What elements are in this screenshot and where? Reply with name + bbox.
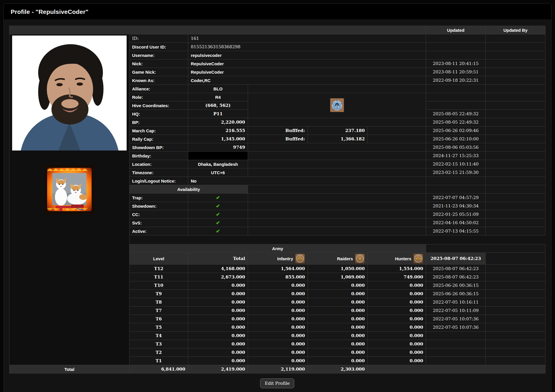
button-row: Edit Profile (9, 378, 545, 388)
empty-cell (426, 244, 545, 253)
field-showdown-bp-label: Showdown BP: (130, 143, 188, 152)
empty-cell (248, 210, 426, 219)
total-infantry-value: 2,419.000 (188, 365, 248, 374)
army-infantry-value: 0.000 (248, 290, 308, 298)
updated-by-cell (486, 185, 545, 194)
empty-cell (248, 168, 426, 177)
updated-by-cell (486, 194, 545, 202)
updated-by-cell (486, 265, 545, 273)
field-rally-cap-value: 1,345.000 (188, 135, 248, 143)
army-raiders-column-header: Raiders ★ (308, 253, 368, 265)
army-infantry-value: 0.000 (248, 315, 308, 323)
updated-cell: 2022-09-18 20:22:31 (426, 76, 486, 85)
updated-by-column-header: Updated By (486, 26, 545, 34)
army-infantry-label: Infantry (277, 256, 293, 261)
svg-text:★: ★ (415, 257, 418, 261)
field-showdown-bp-value: 9749 (188, 143, 248, 152)
field-birthday-value (188, 152, 248, 160)
field-role-label: Role: (130, 93, 188, 101)
army-total-value: 0.000 (188, 348, 248, 357)
updated-cell: 2025-08-07 06:42:23 (426, 265, 486, 273)
cats-image (45, 165, 94, 214)
availability-showdown-label: Showdown: (130, 202, 188, 210)
availability-svs-label: SvS: (130, 219, 188, 227)
updated-by-cell (486, 210, 545, 219)
army-total-value: 0.000 (188, 323, 248, 332)
army-raiders-value: 0.000 (308, 298, 368, 306)
updated-cell (426, 332, 486, 340)
field-login-logout-notice-label: Login/Logout Notice: (130, 177, 188, 185)
updated-by-cell (486, 306, 545, 315)
updated-by-cell (486, 43, 545, 51)
field-id-value: 161 (188, 34, 426, 43)
total-raiders-value: 2,119.000 (248, 365, 308, 374)
updated-cell: 2024-11-27 15:25:33 (426, 152, 486, 160)
green-check-icon: ✔ (216, 195, 220, 200)
empty-cell (248, 143, 426, 152)
updated-by-cell (486, 85, 545, 93)
updated-cell: 2022-07-05 10:11:09 (426, 306, 486, 315)
army-infantry-value: 0.000 (248, 298, 308, 306)
army-raiders-value: 0.000 (308, 332, 368, 340)
army-t8-level: T8 (130, 298, 188, 306)
field-bp-value: 2,220.000 (188, 118, 248, 127)
profile-table: UpdatedUpdated By ID:161Discord U (9, 26, 545, 374)
updated-by-cell (486, 68, 545, 76)
field-march-cap-value: 216.555 (188, 127, 248, 135)
svg-text:11: 11 (335, 104, 339, 107)
field-alliance-label: Alliance: (130, 85, 188, 93)
svg-text:★: ★ (297, 257, 300, 261)
army-hunters-value: 0.000 (368, 332, 426, 340)
army-t3-level: T3 (130, 340, 188, 348)
army-hunters-value: 0.000 (368, 306, 426, 315)
field-bp-label: BP: (130, 118, 188, 127)
empty-cell (248, 160, 426, 168)
updated-by-cell (486, 298, 545, 306)
photo-column-cell (10, 34, 130, 365)
svg-text:★: ★ (419, 257, 422, 261)
updated-by-cell (486, 348, 545, 357)
availability-svs-status: ✔ (188, 219, 248, 227)
updated-by-cell (486, 51, 545, 60)
army-infantry-value: 1,564.000 (248, 265, 308, 273)
profile-photo (12, 36, 127, 151)
field-nick-value: RepulsiveCoder (188, 60, 426, 68)
updated-cell (426, 51, 486, 60)
army-hunters-value: 0.000 (368, 357, 426, 365)
updated-by-cell (486, 290, 545, 298)
edit-profile-button[interactable]: Edit Profile (260, 378, 294, 388)
army-t9-level: T9 (130, 290, 188, 298)
army-hunters-value: 0.000 (368, 323, 426, 332)
updated-by-cell (486, 332, 545, 340)
header-spacer-cell (10, 26, 426, 34)
field-id-label: ID: (130, 34, 188, 43)
field-march-cap-label: March Cap: (130, 127, 188, 135)
updated-by-cell (486, 273, 545, 281)
updated-by-cell (486, 357, 545, 365)
total-row-label: Total (10, 365, 130, 374)
availability-cc-status: ✔ (188, 210, 248, 219)
army-raiders-value: 0.000 (308, 340, 368, 348)
army-hunters-value: 1,554.000 (368, 265, 426, 273)
army-t2-level: T2 (130, 348, 188, 357)
updated-by-cell (486, 227, 545, 235)
army-total-value: 0.000 (188, 357, 248, 365)
empty-cell (368, 135, 426, 143)
updated-cell (426, 43, 486, 51)
updated-by-cell (486, 60, 545, 68)
availability-trap-label: Trap: (130, 194, 188, 202)
army-level-column-header: Level (130, 253, 188, 265)
army-total-value: 0.000 (188, 306, 248, 315)
army-infantry-column-header: Infantry ★ ★ (248, 253, 308, 265)
field-username-label: Username: (130, 51, 188, 60)
updated-column-header: Updated (426, 26, 486, 34)
army-total-value: 2,673.000 (188, 273, 248, 281)
updated-cell (426, 85, 486, 93)
field-alliance-value: BLO (188, 85, 248, 93)
army-hunters-value: 0.000 (368, 315, 426, 323)
updated-by-cell (486, 93, 545, 101)
green-check-icon: ✔ (216, 212, 220, 217)
updated-cell: 2025-08-06 05:03:56 (426, 143, 486, 152)
updated-cell: 2023-02-15 21:59:30 (426, 168, 486, 177)
army-infantry-value: 0.000 (248, 348, 308, 357)
